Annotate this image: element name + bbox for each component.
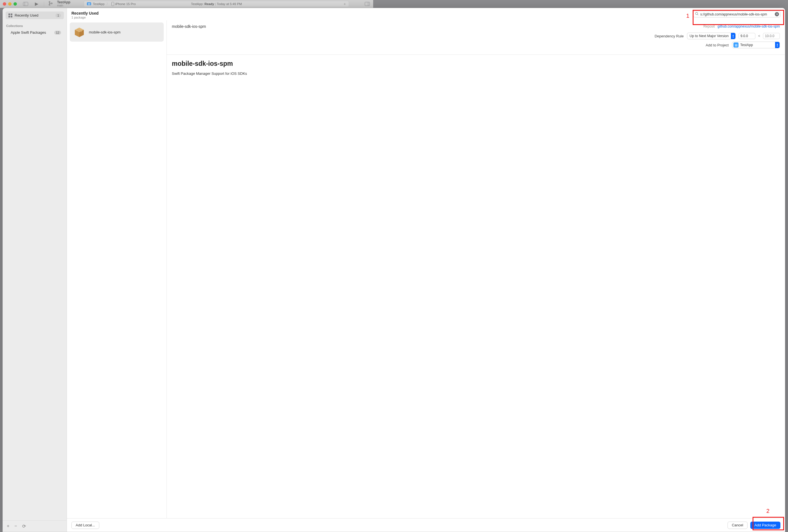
- sidebar-item-label: Apple Swift Packages: [11, 31, 46, 35]
- package-description-body: Swift Package Manager Support for iOS SD…: [172, 72, 373, 76]
- build-status: TestApp: Ready | Today at 5:49 PM: [191, 2, 242, 6]
- sidebar-item-count: 1: [55, 14, 61, 17]
- traffic-lights: [3, 2, 17, 6]
- sheet-subtitle: 1 package: [72, 16, 98, 19]
- svg-rect-0: [23, 2, 28, 6]
- svg-rect-5: [111, 2, 114, 6]
- package-detail-pane: mobile-sdk-ios-spm Reposit github.com/ap…: [167, 20, 373, 252]
- add-tab-icon[interactable]: +: [344, 2, 346, 6]
- chevron-right-icon: 〉: [106, 2, 110, 6]
- sidebar-item-apple-swift-packages[interactable]: Apple Swift Packages 12: [6, 29, 64, 36]
- scheme-name: TestApp: [57, 1, 70, 4]
- scheme-selector[interactable]: TestApp main: [57, 1, 70, 7]
- package-source-sidebar: Recently Used 1 Collections Apple Swift …: [3, 8, 67, 252]
- zoom-window-icon[interactable]: [14, 2, 17, 6]
- package-result-item[interactable]: mobile-sdk-ios-spm: [70, 22, 164, 42]
- library-icon[interactable]: [364, 1, 370, 7]
- app-icon: ▤: [87, 2, 91, 5]
- activity-bar[interactable]: ▤ TestApp 〉 iPhone 15 Pro TestApp: Ready…: [84, 1, 349, 7]
- package-main-area: Recently Used 1 package ✕: [67, 8, 373, 252]
- xcode-toolbar: ▶ TestApp main ▤ TestApp 〉 iPhone 15 Pro…: [0, 0, 373, 8]
- build-target: TestApp: [93, 2, 105, 6]
- close-window-icon[interactable]: [3, 2, 6, 6]
- svg-point-3: [49, 4, 50, 5]
- scheme-branch: main: [57, 4, 70, 7]
- sidebar-item-recently-used[interactable]: Recently Used 1: [6, 12, 64, 19]
- source-control-icon[interactable]: [48, 1, 53, 6]
- add-package-sheet: Recently Used 1 Collections Apple Swift …: [2, 8, 373, 252]
- detail-package-name: mobile-sdk-ios-spm: [172, 24, 206, 29]
- minimize-window-icon[interactable]: [8, 2, 12, 6]
- sheet-title: Recently Used: [72, 11, 98, 16]
- add-to-project-row: Add to Project ▤ TestApp ▲▼: [172, 42, 373, 48]
- device-icon: [111, 2, 114, 6]
- svg-point-2: [49, 1, 50, 2]
- sheet-header: Recently Used 1 package ✕: [67, 8, 373, 20]
- package-result-name: mobile-sdk-ios-spm: [89, 30, 121, 34]
- sidebar-item-label: Recently Used: [15, 13, 39, 17]
- package-description-title: mobile-sdk-ios-spm: [172, 60, 373, 67]
- sidebar-toggle-icon[interactable]: [22, 1, 29, 7]
- sidebar-section-collections: Collections: [3, 21, 67, 29]
- package-box-icon: [74, 26, 85, 38]
- device-name: iPhone 15 Pro: [115, 2, 136, 6]
- svg-point-4: [51, 3, 52, 4]
- run-button-icon[interactable]: ▶: [35, 1, 38, 6]
- package-results-list: mobile-sdk-ios-spm: [67, 20, 167, 252]
- dependency-rule-row: Dependency Rule Up to Next Major Version…: [172, 33, 373, 39]
- grid-icon: [8, 14, 12, 17]
- package-description-area: mobile-sdk-ios-spm Swift Package Manager…: [167, 55, 373, 81]
- svg-rect-6: [365, 2, 370, 6]
- sidebar-item-count: 12: [54, 31, 61, 35]
